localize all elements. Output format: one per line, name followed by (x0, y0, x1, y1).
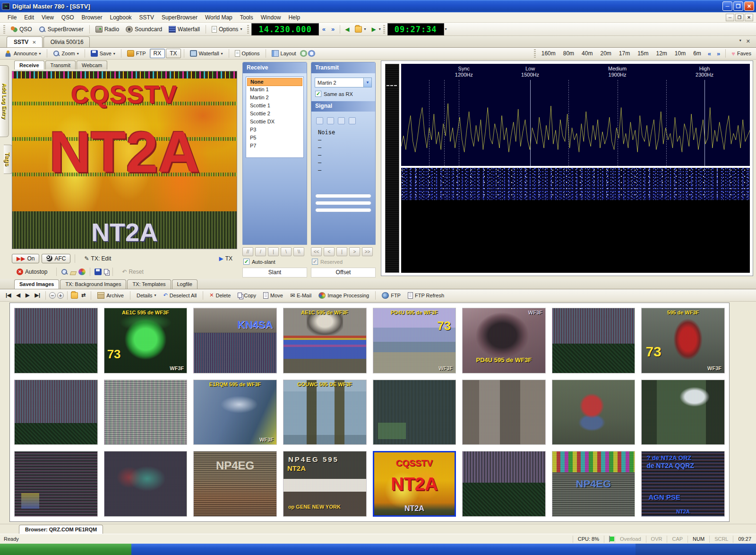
gallery-thumbnail[interactable]: ? de NT2A ORZde NT2A QQRZAGN PSENT2A (641, 451, 725, 517)
gallery-thumbnail[interactable] (552, 380, 636, 445)
checkbox-checked-icon[interactable]: ✓ (315, 91, 321, 97)
clock-display[interactable]: 09:27:34 (387, 23, 444, 35)
tab-saved-images[interactable]: Saved Images (14, 279, 59, 289)
magnifier-icon[interactable] (61, 269, 68, 275)
signal-item[interactable]: – (318, 137, 369, 144)
image-processing-button[interactable]: Image Processing (316, 291, 372, 300)
offset-label-bar[interactable]: Offset (311, 268, 376, 278)
upload-icon[interactable] (300, 50, 307, 57)
level-bar[interactable] (315, 194, 371, 198)
open-folder-icon[interactable] (71, 292, 78, 299)
eraser-icon[interactable] (70, 271, 77, 275)
frequency-display[interactable]: 14.230.000 (251, 23, 318, 35)
gallery-thumbnail[interactable]: AE1C 595 de WF3F (283, 308, 367, 373)
first-image-button[interactable]: |◀ (4, 291, 13, 299)
last-image-button[interactable]: ▶| (33, 291, 42, 299)
copy-image-icon[interactable] (104, 269, 108, 274)
help-icon[interactable] (308, 50, 315, 57)
transfer-icon[interactable]: ⇄ (79, 291, 87, 299)
previous-image-button[interactable]: ◀ (15, 291, 22, 299)
gallery-thumbnail[interactable]: 595 de WF3F73WF3F (641, 308, 725, 373)
palette-icon[interactable] (78, 269, 86, 275)
signal-square-button[interactable] (327, 117, 334, 124)
mode-martin1[interactable]: Martin 1 (247, 86, 302, 94)
windows-taskbar[interactable] (0, 544, 756, 555)
menu-superbrowser[interactable]: SuperBrowser (158, 13, 201, 22)
waterfall-view-button[interactable]: Waterfall▾ (187, 49, 226, 58)
on-button[interactable]: ▶▶On (12, 254, 39, 263)
band-12m[interactable]: 12m (653, 49, 670, 58)
menu-logbook[interactable]: Logbook (106, 13, 136, 22)
mode-p5[interactable]: P5 (247, 134, 302, 142)
tx-button[interactable]: ▶TX (214, 254, 237, 263)
checkbox-checked-icon[interactable]: ✓ (243, 259, 249, 265)
taskbar-start-area[interactable] (0, 544, 131, 555)
move-button[interactable]: Move (260, 291, 286, 300)
prev-button[interactable]: ◀ (343, 26, 351, 33)
band-forward-button[interactable]: » (714, 50, 722, 57)
band-10m[interactable]: 10m (671, 49, 689, 58)
copy-button[interactable]: Copy (235, 292, 259, 299)
tx-toggle[interactable]: TX (166, 49, 180, 58)
band-20m[interactable]: 20m (597, 49, 614, 58)
menu-help[interactable]: Help (284, 13, 304, 22)
tab-webcam[interactable]: Webcam (77, 61, 107, 69)
tab-tx-background-images[interactable]: TX: Background Images (60, 279, 126, 289)
menu-worldmap[interactable]: World Map (201, 13, 236, 22)
announce-button[interactable]: Announce▾ (2, 49, 44, 58)
tab-logfile[interactable]: Logfile (172, 279, 198, 289)
slant-button[interactable]: \ (281, 247, 292, 256)
sstv-options-button[interactable]: Options (232, 49, 263, 58)
gallery-thumbnail[interactable] (14, 380, 98, 445)
gallery-thumbnail[interactable]: PD4U 595 de WF3F73WF3F (373, 308, 456, 373)
tab-receive[interactable]: Receive (14, 61, 44, 69)
autostop-button[interactable]: ✕Autostop (12, 267, 52, 277)
band-17m[interactable]: 17m (616, 49, 633, 58)
gallery-thumbnail-selected[interactable]: CQSSTVNT2ANT2A (373, 451, 456, 517)
child-close-button[interactable]: ✕ (745, 14, 753, 21)
layout-button[interactable]: Layout (269, 49, 299, 58)
signal-item[interactable]: – (318, 152, 369, 159)
slant-button[interactable]: // (242, 247, 253, 256)
save-image-icon[interactable] (94, 269, 102, 275)
gallery-thumbnail[interactable] (14, 451, 98, 517)
tab-list-dropdown[interactable]: ▾ (739, 38, 741, 44)
menu-file[interactable]: File (4, 13, 20, 22)
band-back-button[interactable]: « (705, 50, 713, 57)
slant-button[interactable]: \\ (293, 247, 304, 256)
band-40m[interactable]: 40m (578, 49, 596, 58)
zoom-button[interactable]: Zoom▾ (50, 49, 82, 58)
mode-p7[interactable]: P7 (247, 142, 302, 150)
radio-button[interactable]: Radio (93, 25, 122, 34)
zoom-in-icon[interactable]: + (57, 292, 64, 299)
same-as-rx-row[interactable]: ✓ Same as RX (311, 89, 375, 98)
gallery-thumbnail[interactable]: WF3FPD4U 595 de WF3F (462, 308, 546, 373)
signal-item[interactable]: – (318, 144, 369, 152)
ftp-refresh-button[interactable]: FTP Refresh (405, 291, 447, 300)
mode-p3[interactable]: P3 (247, 126, 302, 134)
faves-button[interactable]: ♥Faves (729, 49, 754, 58)
zoom-out-icon[interactable]: − (49, 292, 56, 299)
gallery-thumbnail[interactable] (641, 380, 725, 445)
signal-square-button[interactable] (338, 117, 345, 124)
slant-button[interactable]: | (268, 247, 279, 256)
mode-scottie1[interactable]: Scottie 1 (247, 102, 302, 110)
maximize-button[interactable]: ❐ (733, 1, 743, 11)
mode-scottie2[interactable]: Scottie 2 (247, 110, 302, 118)
freq-back-button[interactable]: « (320, 26, 328, 33)
tab-tx-templates[interactable]: TX: Templates (127, 279, 171, 289)
archive-button[interactable]: Archive (94, 291, 127, 300)
menu-edit[interactable]: Edit (20, 13, 38, 22)
menu-browser[interactable]: Browser (78, 13, 106, 22)
signal-item[interactable]: – (318, 167, 369, 174)
mode-none[interactable]: None (247, 78, 302, 86)
chevron-down-icon[interactable]: ▾ (379, 27, 381, 31)
tab-olivia[interactable]: Olivia 500/16 (43, 36, 90, 47)
received-sstv-image[interactable]: CQSSTV NT2A NT2A (12, 71, 237, 249)
next-image-button[interactable]: ▶ (24, 291, 31, 299)
gallery-thumbnail[interactable] (462, 451, 546, 517)
reset-button[interactable]: ↶Reset (117, 267, 148, 277)
signal-square-button[interactable] (349, 117, 356, 124)
signal-square-button[interactable] (316, 117, 323, 124)
options-button[interactable]: Options▾ (209, 25, 245, 34)
